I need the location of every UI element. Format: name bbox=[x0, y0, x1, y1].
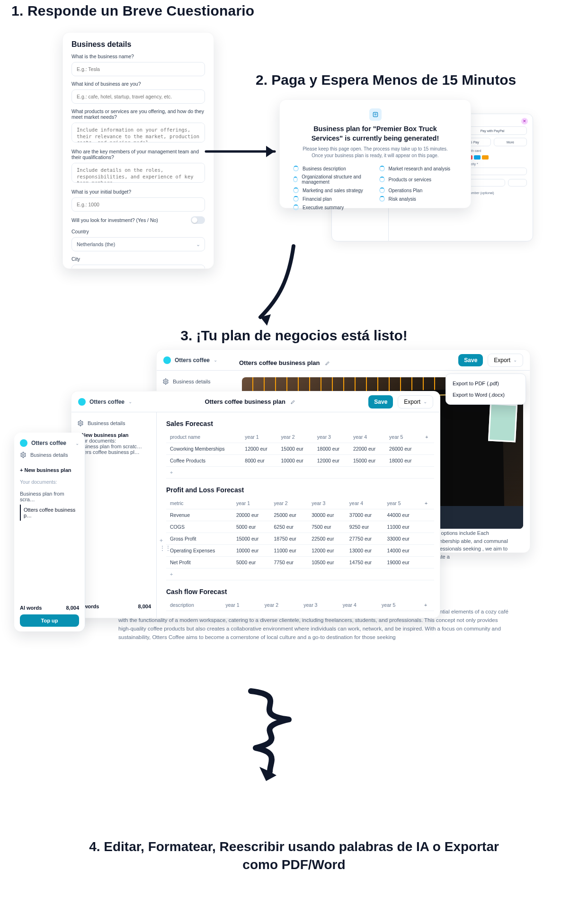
table-cell[interactable]: 11000 eur bbox=[270, 545, 308, 557]
table-cell[interactable]: 37000 eur bbox=[346, 509, 383, 521]
investment-toggle[interactable] bbox=[191, 216, 205, 224]
table-header: year 5 bbox=[378, 599, 420, 611]
brand-switcher[interactable]: Otters coffee⌄ bbox=[163, 356, 217, 364]
table-cell[interactable]: 22000 eur bbox=[349, 443, 385, 455]
new-business-plan[interactable]: + New business plan bbox=[77, 432, 151, 438]
input-budget[interactable] bbox=[71, 197, 205, 212]
table-header: product name bbox=[166, 431, 241, 443]
tables-area: Sales Forecast product nameyear 1year 2y… bbox=[166, 418, 434, 613]
table-cell[interactable]: 19000 eur bbox=[383, 557, 421, 568]
pencil-icon[interactable] bbox=[290, 399, 296, 405]
add-row-icon[interactable]: + bbox=[166, 568, 232, 580]
table-cell[interactable]: COGS bbox=[166, 521, 232, 533]
table-header: year 4 bbox=[339, 599, 378, 611]
table-cell[interactable]: 91000 eur bbox=[378, 611, 420, 613]
table-cell[interactable]: Net Profit bbox=[166, 557, 232, 568]
table-cell[interactable]: 67000 eur bbox=[339, 611, 378, 613]
table-cell[interactable]: 30000 eur bbox=[308, 509, 346, 521]
add-column-icon[interactable]: + bbox=[420, 599, 434, 611]
table-cell[interactable]: 44000 eur bbox=[383, 509, 421, 521]
table-cell[interactable]: 12000 eur bbox=[308, 545, 346, 557]
input-city[interactable] bbox=[71, 265, 205, 269]
business-details-link[interactable]: Business details bbox=[20, 452, 79, 458]
brand-switcher[interactable]: Otters coffee⌄ bbox=[78, 398, 132, 406]
table-cell[interactable]: 15000 eur bbox=[349, 455, 385, 467]
zip2-input[interactable] bbox=[508, 179, 527, 187]
table-cell[interactable]: 9250 eur bbox=[346, 521, 383, 533]
table-cell[interactable]: Operating Expenses bbox=[166, 545, 232, 557]
table-cell[interactable]: 5000 eur bbox=[232, 557, 270, 568]
input-business-kind[interactable] bbox=[71, 89, 205, 104]
table-cell[interactable]: 15000 eur bbox=[277, 443, 313, 455]
table-cell[interactable]: 10000 eur bbox=[232, 545, 270, 557]
q-business-kind: What kind of business are you? bbox=[71, 81, 205, 87]
doc-link-active[interactable]: Otters coffee business p… bbox=[20, 505, 79, 521]
gear-icon bbox=[20, 452, 27, 458]
save-button[interactable]: Save bbox=[368, 395, 393, 409]
step3-composite: Otters coffee⌄ Save Export⌄ Otters coffe… bbox=[14, 349, 530, 657]
table-cell[interactable]: 10000 eur bbox=[277, 455, 313, 467]
pencil-icon[interactable] bbox=[325, 360, 330, 366]
table-cell[interactable]: 7500 eur bbox=[308, 521, 346, 533]
table-cell[interactable]: 8000 eur bbox=[241, 455, 277, 467]
table-cell[interactable]: 22500 eur bbox=[308, 533, 346, 545]
export-word[interactable]: Export to Word (.docx) bbox=[451, 389, 521, 400]
add-row-icon[interactable]: + bbox=[166, 467, 241, 479]
business-details-link[interactable]: Business details bbox=[162, 378, 222, 385]
input-team[interactable] bbox=[71, 163, 205, 183]
table-cell[interactable]: 12000 eur bbox=[241, 443, 277, 455]
doc-link[interactable]: Business plan from scra… bbox=[20, 489, 79, 505]
table-row: Beginning Cash25000 eur35000 eur49000 eu… bbox=[166, 611, 434, 613]
table-cell[interactable]: 10500 eur bbox=[308, 557, 346, 568]
brand-switcher[interactable]: Otters coffee⌄ bbox=[20, 439, 79, 447]
business-details-link[interactable]: Business details bbox=[77, 420, 151, 426]
table-cell[interactable]: 7750 eur bbox=[270, 557, 308, 568]
table-row: Coffee Products8000 eur10000 eur12000 eu… bbox=[166, 455, 434, 467]
select-country[interactable]: Netherlands (the) bbox=[71, 237, 205, 251]
new-business-plan[interactable]: + New business plan bbox=[20, 465, 79, 475]
table-cell[interactable]: 18000 eur bbox=[313, 443, 349, 455]
svg-point-2 bbox=[80, 422, 81, 424]
table-cell[interactable]: 20000 eur bbox=[232, 509, 270, 521]
table-header: year 5 bbox=[383, 497, 421, 509]
table-cell[interactable]: 25000 eur bbox=[270, 509, 308, 521]
table-cell[interactable]: 6250 eur bbox=[270, 521, 308, 533]
more-pay-button[interactable]: More bbox=[494, 138, 527, 146]
table-cell[interactable]: 33000 eur bbox=[383, 533, 421, 545]
add-column-icon[interactable]: + bbox=[421, 431, 434, 443]
table-cell[interactable]: 15000 eur bbox=[232, 533, 270, 545]
topup-button[interactable]: Top up bbox=[20, 614, 79, 627]
table-cell[interactable]: 14750 eur bbox=[346, 557, 383, 568]
export-button[interactable]: Export⌄ bbox=[488, 354, 523, 367]
table-cell[interactable]: Gross Profit bbox=[166, 533, 232, 545]
table-row: Gross Profit15000 eur18750 eur22500 eur2… bbox=[166, 533, 434, 545]
table-cell[interactable]: Revenue bbox=[166, 509, 232, 521]
table-cell[interactable]: 25000 eur bbox=[222, 611, 260, 613]
table-cell[interactable]: 18750 eur bbox=[270, 533, 308, 545]
close-icon[interactable]: ✕ bbox=[521, 118, 528, 124]
export-pdf[interactable]: Export to PDF (.pdf) bbox=[451, 378, 521, 389]
input-business-name[interactable] bbox=[71, 62, 205, 76]
table-cell[interactable]: 27750 eur bbox=[346, 533, 383, 545]
doc-link[interactable]: Otters coffee business pl… bbox=[77, 449, 151, 455]
table-cell[interactable]: 18000 eur bbox=[385, 455, 421, 467]
table-cell[interactable]: 5000 eur bbox=[232, 521, 270, 533]
arrow-curve-icon bbox=[246, 241, 303, 331]
save-button[interactable]: Save bbox=[458, 354, 483, 366]
generating-sub1: Please keep this page open. The process … bbox=[288, 146, 462, 152]
table-cell[interactable]: 13000 eur bbox=[346, 545, 383, 557]
step1-heading: 1. Responde un Breve Cuestionario bbox=[11, 3, 254, 19]
doc-link[interactable]: Business plan from scratc… bbox=[77, 444, 151, 449]
add-column-icon[interactable]: + bbox=[421, 497, 434, 509]
table-cell[interactable]: 35000 eur bbox=[261, 611, 300, 613]
table-cell[interactable]: 26000 eur bbox=[385, 443, 421, 455]
export-button[interactable]: Export⌄ bbox=[398, 395, 433, 409]
table-cell[interactable]: 11000 eur bbox=[383, 521, 421, 533]
input-products[interactable] bbox=[71, 123, 205, 142]
table-cell[interactable]: 12000 eur bbox=[313, 455, 349, 467]
table-cell[interactable]: Beginning Cash bbox=[166, 611, 222, 613]
table-cell[interactable]: 49000 eur bbox=[300, 611, 339, 613]
table-cell[interactable]: 14000 eur bbox=[383, 545, 421, 557]
table-cell[interactable]: Coffee Products bbox=[166, 455, 241, 467]
table-cell[interactable]: Coworking Memberships bbox=[166, 443, 241, 455]
